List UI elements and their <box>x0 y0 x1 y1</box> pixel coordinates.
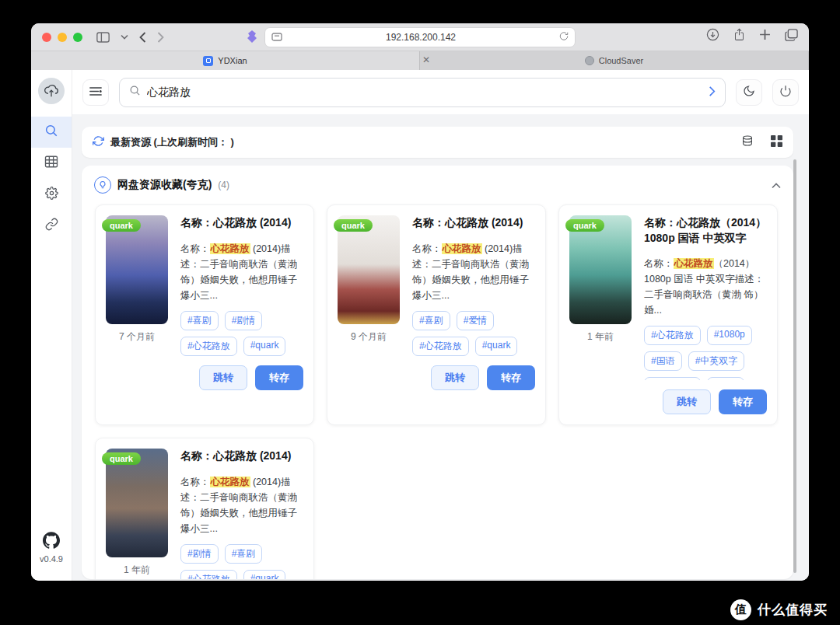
search-input[interactable] <box>147 86 702 99</box>
highlighted-keyword: 心花路放 <box>442 243 482 254</box>
watermark: 值 什么值得买 <box>730 599 828 620</box>
card-title: 名称：心花路放（2014）1080p 国语 中英双字 <box>644 215 767 246</box>
tag-chip[interactable]: #quark <box>475 337 518 356</box>
sidebar-item-links[interactable] <box>31 210 72 241</box>
tag-chip[interactable]: #爱情 <box>457 311 495 330</box>
tag-chip[interactable]: #quark <box>243 570 286 579</box>
card-description: 名称：心花路放 (2014)描述：二手音响商耿浩（黄渤 饰）婚姻失败，他想用锤子… <box>180 241 303 303</box>
filter-menu-icon <box>89 86 102 100</box>
save-button[interactable]: 转存 <box>719 389 767 414</box>
quark-badge: quark <box>102 219 141 232</box>
sidebar-item-resources[interactable] <box>31 148 72 179</box>
sidebar-item-settings[interactable] <box>31 179 72 210</box>
section-header[interactable]: 网盘资源收藏(夸克) (4) <box>82 166 793 201</box>
tag-chip[interactable]: #心花路放 <box>644 326 701 345</box>
tag-chip[interactable]: #徐峥 <box>707 377 745 380</box>
cards-grid: quark 7 个月前 名称：心花路放 (2014) 名称：心花路放 (2014… <box>82 201 793 579</box>
card-description: 名称：心花路放（2014）1080p 国语 中英双字描述：二手音响商耿浩（黄渤 … <box>644 256 767 318</box>
lightbulb-icon <box>94 176 111 194</box>
new-tab-icon[interactable] <box>759 29 771 44</box>
tab-bar: YDXian CloudSaver ✕ <box>31 51 809 70</box>
tab-ydxian[interactable]: YDXian <box>31 51 420 70</box>
resource-card: quark 1 年前 名称：心花路放 (2014) 名称：心花路放 (2014)… <box>95 438 314 579</box>
jump-button[interactable]: 跳转 <box>663 389 711 414</box>
quark-badge: quark <box>102 452 141 465</box>
card-time: 7 个月前 <box>106 330 168 344</box>
dark-mode-button[interactable] <box>736 79 762 106</box>
highlighted-keyword: 心花路放 <box>210 243 250 254</box>
search-box[interactable] <box>119 78 726 107</box>
card-time: 9 个月前 <box>338 330 400 344</box>
app-logo <box>38 78 65 104</box>
tag-list: #喜剧 #剧情 #心花路放 #quark <box>180 311 303 356</box>
save-button[interactable]: 转存 <box>487 365 535 390</box>
reload-icon[interactable] <box>559 30 569 44</box>
forward-icon[interactable] <box>157 32 164 43</box>
zoom-window-button[interactable] <box>73 33 82 42</box>
logout-button[interactable] <box>772 79 799 106</box>
tag-chip[interactable]: #喜剧电影 <box>644 377 701 380</box>
url-bar[interactable]: 192.168.200.142 <box>264 27 576 47</box>
grid-view-icon[interactable] <box>771 135 782 150</box>
sidebar-toggle-icon[interactable] <box>96 32 110 43</box>
back-icon[interactable] <box>139 32 146 43</box>
tag-list: #剧情 #喜剧 #心花路放 #quark <box>180 544 303 579</box>
tag-list: #心花路放 #1080p #国语 #中英双字 #喜剧电影 #徐峥 #黄渤 <box>644 326 767 380</box>
poster-image[interactable]: quark <box>106 449 168 557</box>
poster-image[interactable]: quark <box>338 215 400 324</box>
github-icon[interactable] <box>43 532 60 552</box>
tag-chip[interactable]: #剧情 <box>225 311 263 330</box>
poster-image[interactable]: quark <box>106 215 168 324</box>
tab-label: CloudSaver <box>599 56 643 65</box>
storage-icon[interactable] <box>741 134 754 150</box>
poster-image[interactable]: quark <box>569 215 632 324</box>
chevron-down-icon[interactable] <box>121 34 128 40</box>
jump-button[interactable]: 跳转 <box>431 365 479 390</box>
page-settings-icon[interactable] <box>271 30 282 44</box>
titlebar: 192.168.200.142 <box>31 23 809 51</box>
scrollbar[interactable] <box>793 159 796 573</box>
latest-resources-label: 最新资源 (上次刷新时间： ) <box>110 135 234 149</box>
save-button[interactable]: 转存 <box>255 365 303 390</box>
minimize-window-button[interactable] <box>58 33 67 42</box>
tag-chip[interactable]: #喜剧 <box>225 544 263 564</box>
link-icon <box>45 218 58 234</box>
tag-chip[interactable]: #喜剧 <box>412 311 450 330</box>
tag-chip[interactable]: #心花路放 <box>180 570 237 579</box>
tab-cloudsaver[interactable]: CloudSaver <box>420 51 809 70</box>
jump-button[interactable]: 跳转 <box>199 365 247 390</box>
tab-overview-icon[interactable] <box>785 29 798 44</box>
filter-menu-button[interactable] <box>82 79 109 106</box>
tag-list: #喜剧 #爱情 #心花路放 #quark <box>412 311 535 356</box>
card-time: 1 年前 <box>569 330 632 344</box>
tag-chip[interactable]: #心花路放 <box>180 337 237 356</box>
tag-chip[interactable]: #中英双字 <box>688 351 745 371</box>
extension-icon[interactable] <box>246 30 258 47</box>
tag-chip[interactable]: #剧情 <box>180 544 219 564</box>
tag-chip[interactable]: #quark <box>243 337 286 356</box>
favorites-panel: 网盘资源收藏(夸克) (4) quark 7 个月前 <box>82 166 793 579</box>
card-description: 名称：心花路放 (2014)描述：二手音响商耿浩（黄渤 饰）婚姻失败，他想用锤子… <box>180 474 303 536</box>
search-icon <box>129 85 141 100</box>
watermark-text: 什么值得买 <box>758 601 828 619</box>
tag-chip[interactable]: #喜剧 <box>180 311 219 330</box>
traffic-lights <box>42 33 82 42</box>
tab-label: YDXian <box>218 56 247 65</box>
close-window-button[interactable] <box>42 33 51 42</box>
tag-chip[interactable]: #国语 <box>644 351 682 371</box>
latest-resources-bar[interactable]: 最新资源 (上次刷新时间： ) <box>82 127 793 158</box>
section-title: 网盘资源收藏(夸克) <box>117 178 212 192</box>
tab-close-icon[interactable]: ✕ <box>422 55 430 65</box>
tag-chip[interactable]: #1080p <box>707 326 752 345</box>
refresh-icon[interactable] <box>93 135 104 150</box>
card-title: 名称：心花路放 (2014) <box>180 215 303 231</box>
highlighted-keyword: 心花路放 <box>674 258 714 269</box>
tag-chip[interactable]: #心花路放 <box>412 337 469 356</box>
search-toolbar <box>72 70 809 114</box>
quark-badge: quark <box>334 219 373 232</box>
downloads-icon[interactable] <box>706 28 719 44</box>
search-submit-icon[interactable] <box>709 86 716 100</box>
share-icon[interactable] <box>733 28 745 44</box>
chevron-up-icon[interactable] <box>772 178 781 192</box>
sidebar-item-search[interactable] <box>31 117 72 148</box>
